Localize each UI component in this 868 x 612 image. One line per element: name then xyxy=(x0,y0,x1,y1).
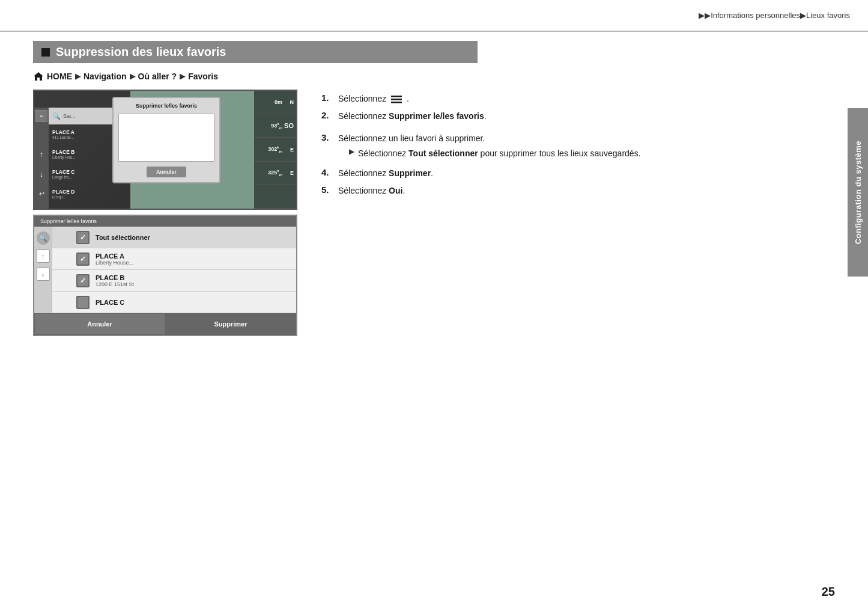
dialog-title: Supprimer le/les favoris xyxy=(118,103,214,109)
list-item-sub-place-a: Liberty House... xyxy=(96,260,133,266)
dialog-body xyxy=(118,114,214,162)
list-search-btn[interactable]: 🔍 xyxy=(37,231,50,245)
step3-sub: ▶ Sélectionnez Tout sélectionner pour su… xyxy=(349,147,641,160)
step5-text: Sélectionnez Oui. xyxy=(338,185,405,197)
left-column: ≡ 🔍 Sai... PLACE A 411 La xyxy=(33,90,303,336)
top-bar: ▶▶Informations personnelles▶Lieux favori… xyxy=(0,0,868,31)
dist-item-2: 302km E xyxy=(254,138,296,161)
checkbox-select-all[interactable] xyxy=(76,231,90,244)
list-row-place-c[interactable]: PLACE C xyxy=(52,292,296,313)
svg-rect-0 xyxy=(391,96,402,97)
list-down-btn[interactable]: ↓ xyxy=(37,268,50,281)
list-item-text-select-all: Tout sélectionner xyxy=(96,234,150,241)
step2-text: Sélectionnez Supprimer le/les favoris. xyxy=(338,110,487,123)
breadcrumb-favorites: Favoris xyxy=(188,72,218,81)
section-title-bar: Suppression des lieux favoris xyxy=(33,41,478,63)
checkbox-place-a[interactable] xyxy=(76,252,90,266)
step4-num: 4. xyxy=(321,167,335,177)
breadcrumb-arrow1: ▶ xyxy=(75,72,80,81)
step5-num: 5. xyxy=(321,185,335,195)
step3: 3. Sélectionnez un lieu favori à supprim… xyxy=(321,132,835,162)
section-title: Suppression des lieux favoris xyxy=(56,45,226,59)
step3-sub-arrow: ▶ xyxy=(349,147,354,156)
dist-item-0: 0m N xyxy=(254,91,296,114)
checkbox-place-b[interactable] xyxy=(76,274,90,287)
list-side-buttons: 🔍 ↑ ↓ xyxy=(34,227,52,313)
step2-bold: Supprimer le/les favoris xyxy=(389,111,484,121)
top-breadcrumb: ▶▶Informations personnelles▶Lieux favori… xyxy=(699,11,850,20)
dist-item-3: 325km E xyxy=(254,162,296,185)
checkbox-place-c[interactable] xyxy=(76,296,90,309)
step3-sub-bold: Tout sélectionner xyxy=(408,148,478,158)
search-icon: 🔍 xyxy=(52,112,61,120)
dist-item-4 xyxy=(254,185,296,209)
list-row-select-all[interactable]: Tout sélectionner xyxy=(52,227,296,248)
nav-breadcrumb: HOME ▶ Navigation ▶ Où aller ? ▶ Favoris xyxy=(33,72,835,81)
step5-bold: Oui xyxy=(389,186,402,195)
two-col-layout: ≡ 🔍 Sai... PLACE A 411 La xyxy=(33,90,835,336)
instructions-group1: 1. Sélectionnez . xyxy=(321,93,835,123)
list-row-place-b[interactable]: PLACE B 1200 E 151st St xyxy=(52,270,296,292)
breadcrumb-nav: Navigation xyxy=(83,72,127,81)
step3-content: Sélectionnez un lieu favori à supprimer.… xyxy=(338,132,641,162)
step5: 5. Sélectionnez Oui. xyxy=(321,185,835,197)
main-content: Suppression des lieux favoris HOME ▶ Nav… xyxy=(33,41,835,579)
step1-num: 1. xyxy=(321,93,335,103)
list-item-text-place-a: PLACE A Liberty House... xyxy=(96,252,133,266)
list-item-name-place-b: PLACE B xyxy=(96,274,134,281)
svg-rect-2 xyxy=(391,102,402,103)
dist-item-1: 93km SO xyxy=(254,114,296,138)
list-body-wrap: 🔍 ↑ ↓ Tout sélectionner xyxy=(34,227,296,313)
list-header-text: Supprimer le/les favoris xyxy=(40,218,97,224)
list-screen-header: Supprimer le/les favoris xyxy=(34,216,296,227)
step2: 2. Sélectionnez Supprimer le/les favoris… xyxy=(321,110,835,123)
list-item-text-place-b: PLACE B 1200 E 151st St xyxy=(96,274,134,287)
list-item-name-select-all: Tout sélectionner xyxy=(96,234,150,241)
step3-num: 3. xyxy=(321,132,335,142)
list-footer: Annuler Supprimer xyxy=(34,313,296,335)
screenshot-nav-dialog: ≡ 🔍 Sai... PLACE A 411 La xyxy=(33,90,297,210)
step2-num: 2. xyxy=(321,110,335,120)
dialog-overlay: Supprimer le/les favoris Annuler xyxy=(112,97,220,183)
list-rows-area: Tout sélectionner PLACE A Liberty House.… xyxy=(52,227,296,313)
menu-icon-btn[interactable]: ≡ xyxy=(35,110,47,122)
step1: 1. Sélectionnez . xyxy=(321,93,835,105)
top-divider xyxy=(0,31,868,32)
step4-bold: Supprimer xyxy=(389,168,431,178)
map-distance-items: 0m N 93km SO 302km E xyxy=(254,91,296,209)
instructions: 1. Sélectionnez . xyxy=(321,90,835,197)
list-cancel-button[interactable]: Annuler xyxy=(34,313,165,335)
step1-menu-icon xyxy=(390,95,402,104)
screenshot-delete-list: Supprimer le/les favoris 🔍 ↑ ↓ xyxy=(33,215,297,336)
step1-text: Sélectionnez . xyxy=(338,93,409,105)
right-tab-label: Configuration du système xyxy=(854,141,863,244)
title-square-icon xyxy=(41,48,50,57)
dialog-cancel-button[interactable]: Annuler xyxy=(147,167,186,177)
nav-item-place-d: ↩ PLACE D ul.aqu... xyxy=(49,184,130,204)
list-item-name-place-a: PLACE A xyxy=(96,252,133,260)
search-text: Sai... xyxy=(63,113,76,119)
list-delete-button[interactable]: Supprimer xyxy=(165,313,296,335)
nav-screen: ≡ 🔍 Sai... PLACE A 411 La xyxy=(34,91,296,209)
list-up-btn[interactable]: ↑ xyxy=(37,249,50,263)
step3-sub-text: Sélectionnez Tout sélectionner pour supp… xyxy=(358,147,641,160)
step1-text-pre: Sélectionnez xyxy=(338,94,386,103)
step4-text: Sélectionnez Supprimer. xyxy=(338,167,433,180)
nav-item-place-e: PLACE E xyxy=(49,204,130,209)
home-icon xyxy=(33,72,44,81)
list-item-name-place-c: PLACE C xyxy=(96,299,124,306)
step4: 4. Sélectionnez Supprimer. xyxy=(321,167,835,180)
instructions-group2: 3. Sélectionnez un lieu favori à supprim… xyxy=(321,132,835,197)
page-number: 25 xyxy=(822,585,835,599)
breadcrumb-arrow2: ▶ xyxy=(130,72,135,81)
right-column: 1. Sélectionnez . xyxy=(321,90,835,202)
right-sidebar-tab: Configuration du système xyxy=(848,108,868,277)
step3-text: Sélectionnez un lieu favori à supprimer. xyxy=(338,133,485,143)
list-item-text-place-c: PLACE C xyxy=(96,299,124,306)
breadcrumb-arrow3: ▶ xyxy=(180,72,185,81)
list-item-sub-place-b: 1200 E 151st St xyxy=(96,281,134,287)
breadcrumb-where: Où aller ? xyxy=(138,72,177,81)
list-row-place-a[interactable]: PLACE A Liberty House... xyxy=(52,248,296,270)
svg-rect-1 xyxy=(391,99,402,100)
breadcrumb-home: HOME xyxy=(47,72,72,81)
